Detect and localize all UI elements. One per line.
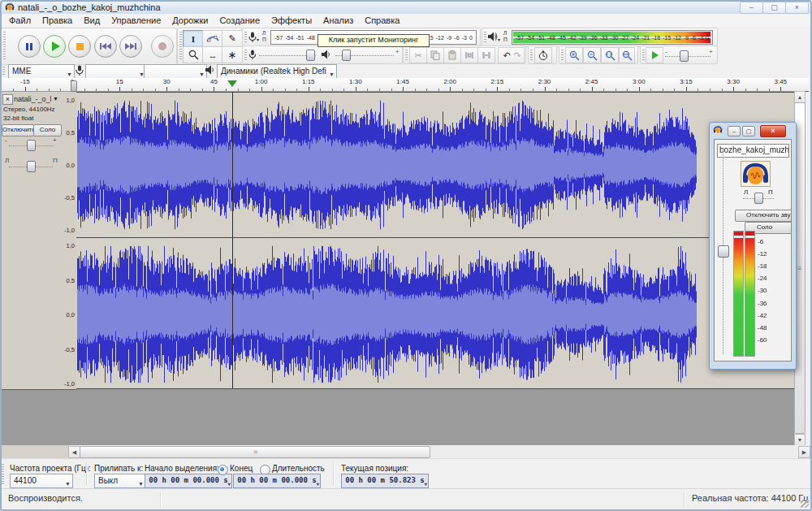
selection-start-field[interactable]: 00 h 00 m 00.000 s▼ bbox=[145, 474, 232, 488]
recording-device-select[interactable]: ▼ bbox=[85, 64, 147, 79]
menu-item[interactable]: Файл bbox=[3, 15, 37, 26]
waveform[interactable] bbox=[76, 92, 794, 389]
length-radio-label[interactable]: Длительность bbox=[272, 464, 325, 473]
input-volume-thumb[interactable] bbox=[306, 50, 315, 61]
cut-button[interactable]: ✂ bbox=[409, 47, 427, 63]
menu-item[interactable]: Справка bbox=[359, 15, 405, 26]
paste-button[interactable] bbox=[443, 47, 461, 63]
snap-to-select[interactable]: Выкл▼ bbox=[94, 474, 146, 488]
timeline-ruler[interactable]: -1501530451:001:151:301:452:002:152:302:… bbox=[0, 78, 809, 92]
record-button[interactable] bbox=[151, 35, 174, 58]
envelope-tool-button[interactable] bbox=[202, 30, 223, 47]
redo-button[interactable]: ↷ bbox=[511, 47, 525, 63]
track-solo-button[interactable]: Соло bbox=[33, 124, 62, 136]
scroll-down-arrow[interactable]: ▼ bbox=[794, 434, 806, 446]
mixer-scale-label: -60 bbox=[758, 334, 767, 346]
playback-meter[interactable]: -57-54-51-48-45-42-39-36-33-30-27-24-21-… bbox=[512, 30, 713, 45]
project-rate-select[interactable]: 44100▼ bbox=[10, 474, 73, 488]
output-volume-thumb[interactable] bbox=[342, 50, 351, 61]
close-button[interactable]: × bbox=[785, 2, 809, 14]
menu-item[interactable]: Управление bbox=[106, 15, 166, 26]
playhead-triangle-icon[interactable] bbox=[227, 80, 237, 87]
track-menu-arrow-icon[interactable]: ▼ bbox=[53, 96, 58, 102]
maximize-icon: ▢ bbox=[771, 4, 778, 11]
mixer-pan-thumb[interactable] bbox=[754, 193, 763, 204]
multi-tool-button[interactable]: ∗ bbox=[222, 46, 243, 63]
scale-label: -24 bbox=[631, 35, 639, 41]
scroll-left-arrow[interactable]: ◀ bbox=[68, 446, 80, 458]
stop-button[interactable] bbox=[68, 35, 91, 58]
silence-button[interactable] bbox=[477, 47, 495, 63]
maximize-button[interactable]: ▢ bbox=[762, 2, 786, 14]
mixer-gain-thumb[interactable] bbox=[718, 245, 729, 258]
copy-button[interactable] bbox=[426, 47, 444, 63]
playback-speed-thumb[interactable] bbox=[680, 50, 689, 62]
toolbar-grip[interactable] bbox=[3, 32, 6, 61]
toolbar-grip[interactable] bbox=[244, 32, 247, 43]
zoom-out-button[interactable] bbox=[583, 47, 601, 63]
horizontal-scrollbar-thumb[interactable]: ≡ bbox=[80, 446, 430, 458]
track-gain-thumb[interactable] bbox=[27, 140, 36, 151]
toolbar-grip[interactable] bbox=[2, 464, 4, 484]
zoom-in-button[interactable] bbox=[565, 47, 583, 63]
menu-item[interactable]: Создание bbox=[214, 15, 266, 26]
zoom-selection-button[interactable] bbox=[601, 47, 619, 63]
toolbar-grip[interactable] bbox=[179, 32, 182, 61]
end-radio[interactable] bbox=[218, 465, 228, 475]
maximize-button[interactable]: ▢ bbox=[742, 126, 755, 136]
mixer-board-window[interactable]: – ▢ × bozhe_kakoj_muzhchina Л П Отключит… bbox=[709, 122, 797, 370]
minimize-button[interactable]: – bbox=[740, 2, 763, 14]
mixer-track-name-field[interactable]: bozhe_kakoj_muzhchina bbox=[717, 144, 789, 158]
rewind-button[interactable] bbox=[94, 35, 117, 58]
resize-grip[interactable] bbox=[801, 500, 809, 508]
toolbar-grip[interactable] bbox=[530, 50, 533, 60]
vertical-ruler[interactable]: 1,00,50,0-0,5-1,01,00,50,0-0,5-1,0 bbox=[63, 92, 76, 389]
draw-tool-button[interactable]: ✎ bbox=[222, 30, 243, 47]
end-radio-label[interactable]: Конец bbox=[230, 464, 253, 473]
scroll-right-arrow[interactable]: ▶ bbox=[798, 446, 810, 458]
selection-tool-button[interactable]: I bbox=[183, 30, 204, 47]
selection-start-marker[interactable] bbox=[71, 80, 77, 92]
dropdown-arrow-icon[interactable]: ▾ bbox=[257, 37, 259, 42]
chevron-down-icon: ▼ bbox=[316, 478, 319, 488]
menu-item[interactable]: Вид bbox=[78, 15, 106, 26]
pause-button[interactable] bbox=[18, 35, 41, 58]
toolbar-grip[interactable] bbox=[642, 50, 645, 60]
play-at-speed-button[interactable] bbox=[646, 47, 663, 63]
chevron-down-icon: ▼ bbox=[138, 478, 144, 488]
fit-project-button[interactable] bbox=[619, 47, 635, 63]
menu-item[interactable]: Правка bbox=[37, 15, 78, 26]
recording-channels-select[interactable]: ▼ bbox=[144, 64, 207, 79]
track-close-button[interactable]: × bbox=[2, 94, 13, 105]
playback-device-select[interactable]: Динамики (Realtek High Defi▼ bbox=[217, 64, 337, 79]
forward-button[interactable] bbox=[119, 35, 142, 58]
dropdown-arrow-icon[interactable]: ▾ bbox=[498, 37, 500, 42]
title-bar[interactable]: natali_-_o_bozhe_kakoj_muzhchina – ▢ × bbox=[0, 0, 812, 15]
toolbar-grip[interactable] bbox=[2, 67, 5, 75]
chevron-down-icon: ▼ bbox=[424, 478, 427, 488]
track-title[interactable]: natali_-_o_bozhe_kakoj_muzhchina bbox=[14, 95, 51, 103]
toolbar-grip[interactable] bbox=[561, 50, 564, 60]
menu-item[interactable]: Анализ bbox=[317, 15, 359, 26]
track-mute-button[interactable]: Отключить звук bbox=[2, 124, 34, 136]
play-button[interactable] bbox=[43, 35, 66, 58]
toolbar-grip[interactable] bbox=[484, 32, 486, 43]
position-field[interactable]: 00 h 00 m 50.823 s▼ bbox=[341, 474, 429, 488]
audio-host-select[interactable]: MME▼ bbox=[8, 64, 75, 79]
minimize-button[interactable]: – bbox=[728, 126, 741, 136]
scroll-up-arrow[interactable]: ▲ bbox=[794, 91, 806, 103]
timeshift-tool-button[interactable]: ↔ bbox=[202, 46, 223, 63]
zoom-tool-button[interactable] bbox=[183, 46, 204, 63]
trim-button[interactable] bbox=[460, 47, 478, 63]
toolbar-grip[interactable] bbox=[405, 50, 408, 60]
play-icon bbox=[52, 41, 60, 51]
track-pan-thumb[interactable] bbox=[27, 161, 36, 172]
mixer-mute-button[interactable]: Отключить звук bbox=[735, 210, 792, 222]
toolbar-grip[interactable] bbox=[244, 50, 247, 60]
timer-record-button[interactable] bbox=[534, 47, 552, 63]
horizontal-scrollbar[interactable]: ◀ ≡ ▶ bbox=[68, 445, 810, 458]
close-button[interactable]: × bbox=[760, 125, 786, 137]
selection-end-field[interactable]: 00 h 00 m 00.000 s▼ bbox=[233, 474, 321, 488]
menu-item[interactable]: Дорожки bbox=[166, 15, 214, 26]
menu-item[interactable]: Эффекты bbox=[266, 15, 317, 26]
